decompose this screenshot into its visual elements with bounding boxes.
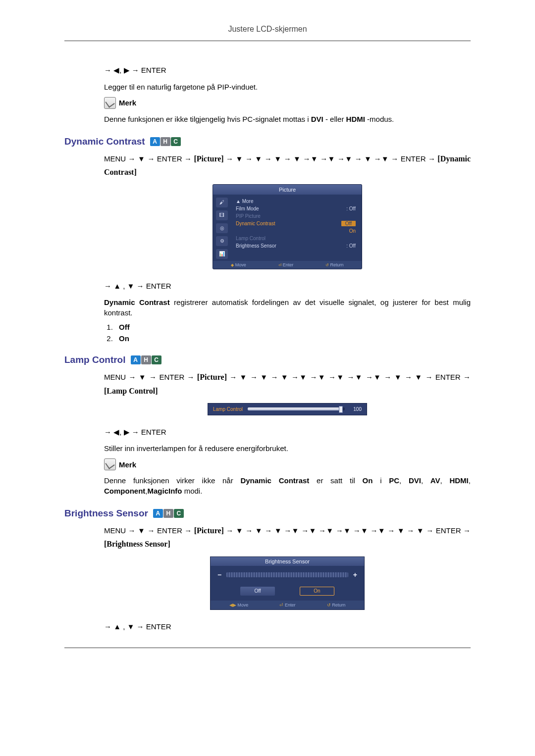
- section-title-dynamic-contrast: Dynamic Contrast A H C: [64, 136, 471, 147]
- badge-c: C: [171, 137, 181, 146]
- dynamic-contrast-description: Dynamic Contrast registrerer automatisk …: [104, 297, 471, 318]
- nav-sequence: → ◀, ▶ → ENTER: [104, 426, 471, 439]
- osd-row-pip: PIP Picture: [234, 212, 358, 220]
- osd-more: ▲ More: [234, 198, 358, 205]
- lamp-control-note: Denne funksjonen virker ikke når Dynamic…: [104, 475, 471, 496]
- osd-title: Picture: [213, 185, 362, 195]
- badge-c: C: [152, 355, 161, 364]
- badge-h: H: [163, 509, 173, 518]
- lamp-control-description: Stiller inn inverterlampen for å reduser…: [104, 443, 471, 454]
- osd-slider-track: [226, 572, 348, 577]
- option-off: Off: [115, 323, 471, 331]
- osd-icon: 🖌: [216, 198, 228, 207]
- note-label: Merk: [119, 460, 136, 469]
- options-list: Off On: [115, 323, 471, 343]
- lamp-control-block: MENU → ▼ → ENTER → [Picture] → ▼ → ▼ → ▼…: [104, 370, 471, 496]
- osd-icon: ◎: [216, 223, 228, 233]
- section-title-brightness-sensor: Brightness Sensor A H C: [64, 508, 471, 519]
- osd-lamp-slider: [248, 407, 345, 410]
- osd-footer: Move Enter Return: [213, 261, 362, 269]
- osd-row-lamp: Lamp Control: [234, 235, 358, 242]
- nav-sequence: → ◀, ▶ → ENTER: [104, 64, 471, 77]
- badge-h: H: [160, 137, 170, 146]
- osd-picture-menu: Picture 🖌 🎞 ◎ ⚙ 📊 ▲ More Film Mode : Off: [104, 185, 471, 269]
- osd-slider-row: − +: [211, 566, 364, 584]
- nav-sequence: → ▲ , ▼ → ENTER: [104, 280, 471, 293]
- note-icon: [104, 458, 116, 470]
- osd-icon: 🎞: [216, 210, 228, 220]
- option-on: On: [115, 334, 471, 343]
- osd-lamp-value: 100: [350, 406, 362, 412]
- badge-h: H: [141, 355, 151, 364]
- osd-footer: Move Enter Return: [211, 601, 364, 609]
- osd-lamp-strip: Lamp Control 100: [104, 403, 471, 415]
- osd-btn-off: Off: [240, 587, 275, 596]
- osd-btn-on: On: [300, 587, 334, 596]
- osd-button-row: Off On: [211, 584, 364, 601]
- document-page: Justere LCD-skjermen → ◀, ▶ → ENTER Legg…: [0, 0, 535, 756]
- page-header: Justere LCD-skjermen: [64, 25, 471, 41]
- footer-rule: [64, 648, 471, 648]
- note-label: Merk: [119, 99, 136, 107]
- badge-group: A H C: [153, 509, 184, 518]
- badge-a: A: [131, 355, 141, 364]
- osd-row-dynamic-contrast-on: On: [234, 227, 358, 235]
- brightness-sensor-block: MENU → ▼ → ENTER → [Picture] → ▼ → ▼ → ▼…: [104, 524, 471, 633]
- note-row: Merk: [104, 458, 471, 470]
- nav-sequence: MENU → ▼ → ENTER → [Picture] → ▼ → ▼ → ▼…: [104, 524, 471, 551]
- plus-icon: +: [353, 571, 357, 579]
- minus-icon: −: [217, 571, 221, 579]
- badge-a: A: [153, 509, 163, 518]
- osd-brightness-sensor: Brightness Sensor − + Off On Move Enter …: [104, 557, 471, 609]
- osd-lamp-label: Lamp Control: [213, 406, 243, 412]
- osd-row-brightness-sensor: Brightness Sensor : Off: [234, 242, 358, 250]
- nav-sequence: → ▲ , ▼ → ENTER: [104, 620, 471, 633]
- dynamic-contrast-block: MENU → ▼ → ENTER → [Picture] → ▼ → ▼ → ▼…: [104, 152, 471, 343]
- note-icon: [104, 97, 116, 109]
- osd-icon: 📊: [216, 249, 228, 259]
- osd-row-dynamic-contrast: Dynamic Contrast Off: [234, 220, 358, 227]
- nav-sequence: MENU → ▼ → ENTER → [Picture] → ▼ → ▼ → ▼…: [104, 152, 471, 179]
- intro-paragraph: Legger til en naturlig fargetone på PIP-…: [104, 82, 471, 92]
- badge-group: A H C: [131, 355, 161, 364]
- osd-row-filmmode: Film Mode : Off: [234, 205, 358, 212]
- osd-icon: ⚙: [216, 236, 228, 246]
- intro-note-text: Denne funksjonen er ikke tilgjengelig hv…: [104, 114, 471, 124]
- section-title-lamp-control: Lamp Control A H C: [64, 354, 471, 365]
- intro-block: → ◀, ▶ → ENTER Legger til en naturlig fa…: [104, 64, 471, 124]
- osd-title: Brightness Sensor: [211, 557, 364, 566]
- badge-a: A: [150, 137, 160, 146]
- nav-sequence: MENU → ▼ → ENTER → [Picture] → ▼ → ▼ → ▼…: [104, 370, 471, 397]
- note-row: Merk: [104, 97, 471, 109]
- osd-side-icons: 🖌 🎞 ◎ ⚙ 📊: [216, 198, 230, 259]
- badge-c: C: [174, 509, 184, 518]
- badge-group: A H C: [150, 137, 181, 146]
